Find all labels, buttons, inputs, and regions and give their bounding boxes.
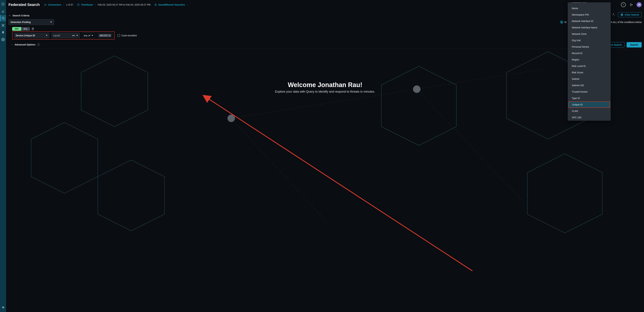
- svg-point-11: [623, 5, 624, 5]
- value-chip: abc123 ✕: [98, 34, 111, 37]
- any-all-toggle[interactable]: ANY ALL: [12, 27, 30, 31]
- operator-label: equals: [53, 34, 60, 37]
- chevron-down-icon: [186, 4, 188, 6]
- entity-type-select[interactable]: Detection Finding: [8, 19, 54, 25]
- dropdown-item[interactable]: Trusted Device: [568, 89, 611, 95]
- help-button[interactable]: [621, 2, 626, 7]
- svg-marker-16: [381, 66, 456, 145]
- svg-point-23: [228, 115, 235, 122]
- dropdown-item[interactable]: Risk Level ID: [568, 63, 611, 69]
- entity-type-value: Detection Finding: [11, 21, 30, 23]
- case-sensitive-label: Case-sensitive: [122, 34, 137, 37]
- svg-marker-18: [527, 154, 602, 233]
- svg-point-6: [3, 39, 4, 40]
- svg-point-9: [46, 4, 46, 5]
- chevron-down-icon: [50, 22, 52, 23]
- chevron-down-icon: [62, 4, 64, 6]
- welcome-subtitle: Explore your data with Query to identify…: [70, 90, 580, 93]
- anyof-label: any of: [84, 34, 90, 37]
- page-header: Federated Search Connectors 1 of 57 Time…: [6, 0, 644, 9]
- operator-select[interactable]: equals ==: [52, 33, 80, 38]
- nav-home-icon[interactable]: [0, 1, 6, 7]
- chevron-down-icon: [76, 35, 78, 36]
- match-suffix: tch ALL of the conditions below: [609, 21, 642, 23]
- nav-graph-icon[interactable]: [0, 22, 6, 28]
- dropdown-item[interactable]: Modified Time: [568, 2, 611, 5]
- any-option[interactable]: ANY: [12, 27, 21, 31]
- timeframe-label: Timeframe: [81, 3, 93, 6]
- nav-search-icon[interactable]: [0, 15, 6, 21]
- star-icon: [154, 3, 157, 6]
- all-option[interactable]: ALL: [21, 27, 30, 31]
- saved-searches-label: Saved/Recent Searches: [158, 3, 185, 6]
- nav-chat-icon[interactable]: [0, 304, 6, 310]
- dropdown-item[interactable]: VPC UID: [568, 114, 611, 121]
- match-prefix: M: [564, 21, 566, 23]
- logout-button[interactable]: [630, 3, 633, 6]
- chevron-down-icon: [92, 35, 93, 36]
- search-criteria-toggle[interactable]: Search Criteria: [8, 14, 642, 17]
- dropdown-item[interactable]: Record ID: [568, 50, 611, 56]
- svg-marker-15: [98, 160, 164, 231]
- svg-point-8: [44, 5, 45, 5]
- chevron-right-icon: [11, 44, 13, 46]
- chip-remove-icon[interactable]: ✕: [108, 34, 110, 36]
- condition-row: Device.Unique ID equals == any of: [12, 31, 115, 39]
- chevron-down-icon: [8, 14, 11, 17]
- field-dropdown-menu: Modified TimeNameNamespace PIDNetwork In…: [568, 2, 611, 121]
- nav-analytics-icon[interactable]: [0, 8, 6, 14]
- svg-marker-14: [31, 123, 98, 193]
- left-sidebar: [0, 0, 6, 312]
- dropdown-item[interactable]: Risk Score: [568, 69, 611, 76]
- field-select[interactable]: Device.Unique ID: [14, 33, 50, 38]
- anyof-select[interactable]: any of: [82, 33, 95, 38]
- nav-plugins-icon[interactable]: [0, 29, 6, 35]
- svg-point-0: [2, 17, 4, 19]
- svg-line-19: [231, 89, 417, 118]
- nav-settings-icon[interactable]: [0, 36, 6, 43]
- dropdown-item[interactable]: Network Interface Name: [568, 24, 611, 31]
- value-input[interactable]: abc123 ✕: [97, 33, 113, 38]
- dropdown-item[interactable]: Type ID: [568, 95, 611, 101]
- dropdown-item[interactable]: VLAN: [568, 108, 611, 114]
- operator-symbol: ==: [72, 34, 75, 37]
- svg-line-20: [231, 118, 327, 222]
- connectors-label: Connectors: [48, 3, 62, 6]
- dropdown-item[interactable]: Region: [568, 56, 611, 63]
- welcome-hero: Welcome Jonathan Rau! Explore your data …: [6, 47, 644, 312]
- dropdown-item[interactable]: Subnet: [568, 76, 611, 82]
- search-criteria-label: Search Criteria: [12, 14, 30, 17]
- field-value: Device.Unique ID: [16, 34, 35, 37]
- dropdown-item[interactable]: Unique ID: [568, 101, 610, 108]
- dropdown-item[interactable]: Name: [568, 5, 611, 11]
- welcome-title: Welcome Jonathan Rau!: [70, 81, 580, 89]
- dropdown-item[interactable]: Personal Device: [568, 44, 611, 50]
- dropdown-item[interactable]: Network Zone: [568, 31, 611, 37]
- dropdown-item[interactable]: Org Unit: [568, 37, 611, 44]
- dropdown-item[interactable]: Namespace PID: [568, 11, 611, 18]
- match-mode-radio[interactable]: M: [560, 21, 566, 24]
- svg-point-7: [44, 4, 45, 4]
- search-button[interactable]: Search: [626, 42, 642, 47]
- timeframe-value: Feb 03, 2025 05:27 PM to Feb 04, 2025 05…: [98, 3, 150, 6]
- connectors-count: 1 of 57: [66, 3, 73, 6]
- avatar[interactable]: JR: [636, 2, 642, 7]
- dropdown-item[interactable]: Subnet UID: [568, 82, 611, 89]
- timeframe-control[interactable]: Timeframe Feb 03, 2025 05:27 PM to Feb 0…: [77, 3, 150, 6]
- chip-text: abc123: [100, 34, 107, 37]
- chevron-down-icon: [94, 4, 96, 6]
- hero-background: [6, 47, 644, 243]
- svg-line-21: [417, 89, 523, 202]
- connectors-control[interactable]: Connectors 1 of 57: [44, 3, 74, 6]
- case-sensitive-checkbox[interactable]: [117, 34, 120, 37]
- clock-icon: [77, 3, 80, 6]
- page-title: Federated Search: [8, 2, 40, 7]
- dropdown-item[interactable]: Network Interface ID: [568, 18, 611, 24]
- connectors-icon: [44, 3, 47, 6]
- radio-checked-icon: [560, 21, 563, 24]
- delete-condition-button[interactable]: [31, 27, 34, 30]
- chevron-down-icon: [46, 35, 48, 36]
- saved-searches-control[interactable]: Saved/Recent Searches: [154, 3, 188, 6]
